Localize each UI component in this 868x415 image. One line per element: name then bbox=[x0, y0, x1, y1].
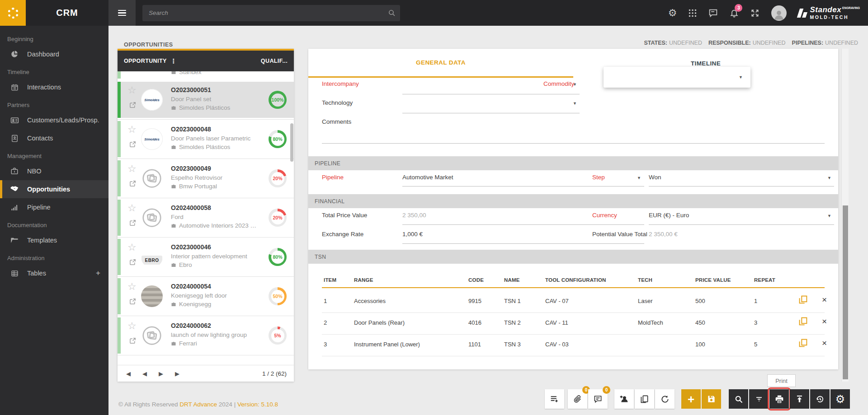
step-value[interactable]: Won bbox=[649, 174, 661, 181]
save-button[interactable] bbox=[702, 389, 721, 409]
sidebar-item-pipeline[interactable]: Pipeline bbox=[0, 198, 108, 216]
open-external-icon[interactable] bbox=[129, 180, 136, 187]
next-page-button[interactable]: ▶ bbox=[159, 370, 163, 377]
filter-button[interactable] bbox=[749, 389, 769, 409]
chevron-down-icon[interactable]: ▼ bbox=[739, 75, 743, 79]
exchange-rate-input[interactable] bbox=[402, 243, 644, 244]
exchange-rate-value[interactable]: 1,000 € bbox=[402, 231, 423, 238]
chevron-down-icon[interactable]: ▼ bbox=[827, 176, 831, 180]
favorite-star-icon[interactable]: ☆ bbox=[127, 203, 137, 213]
sidebar-item-interactions[interactable]: Interactions bbox=[0, 78, 108, 96]
previous-page-button[interactable]: ◀ bbox=[142, 370, 147, 377]
attachments-button[interactable]: 0 bbox=[568, 389, 587, 409]
duplicate-row-button[interactable] bbox=[799, 295, 807, 304]
add-line-button[interactable] bbox=[545, 389, 564, 409]
duplicate-row-button[interactable] bbox=[799, 317, 807, 326]
opportunity-list-item[interactable]: ☆ Simoldes O2023000051 Door Panel set Si… bbox=[118, 82, 294, 118]
delete-row-button[interactable]: × bbox=[822, 339, 827, 347]
favorite-star-icon[interactable]: ☆ bbox=[127, 242, 137, 252]
opportunity-list-item[interactable]: ☆ O2023000049 Espelho Retrovisor Bmw Por… bbox=[118, 160, 294, 196]
favorite-star-icon[interactable]: ☆ bbox=[127, 282, 137, 292]
cell-range[interactable]: Door Panels (Rear) bbox=[354, 319, 405, 326]
favorite-star-icon[interactable]: ☆ bbox=[127, 321, 137, 331]
cell-tool[interactable]: CAV - 11 bbox=[545, 319, 568, 326]
refresh-button[interactable] bbox=[655, 389, 675, 409]
opportunity-list-item[interactable]: ☆ O2024000054 Koenigsegg left door Koeni… bbox=[118, 278, 294, 314]
sidebar-item-templates[interactable]: Templates bbox=[0, 231, 108, 249]
sidebar-item-dashboard[interactable]: Dashboard bbox=[0, 45, 108, 63]
add-person-button[interactable] bbox=[614, 389, 634, 409]
technology-select[interactable] bbox=[402, 113, 580, 113]
sidebar-item-nbo[interactable]: NBO bbox=[0, 162, 108, 180]
chevron-down-icon[interactable]: ▼ bbox=[637, 176, 641, 180]
fullscreen-icon[interactable] bbox=[750, 9, 760, 18]
settings-icon[interactable]: ⚙ bbox=[668, 8, 677, 18]
duplicate-button[interactable] bbox=[635, 389, 654, 409]
cell-code[interactable]: 1101 bbox=[468, 341, 481, 348]
main-scrollbar[interactable] bbox=[841, 49, 849, 382]
delete-row-button[interactable]: × bbox=[822, 295, 827, 304]
cell-tech[interactable]: Laser bbox=[638, 298, 653, 304]
sidebar-item-customers[interactable]: Customers/Leads/Prosp. bbox=[0, 111, 108, 129]
cell-tool[interactable]: CAV - 07 bbox=[545, 298, 569, 304]
cell-code[interactable]: 9915 bbox=[468, 298, 481, 304]
column-qualify[interactable]: QUALIF... bbox=[261, 58, 288, 64]
toolbar-settings-button[interactable]: ⚙ bbox=[830, 389, 850, 409]
cell-repeat[interactable]: 1 bbox=[754, 298, 757, 304]
cell-name[interactable]: TSN 2 bbox=[504, 319, 521, 326]
chevron-down-icon[interactable]: ▼ bbox=[573, 101, 577, 106]
cell-price[interactable]: 100 bbox=[695, 341, 705, 348]
currency-value[interactable]: EUR (€) - Euro bbox=[649, 212, 689, 219]
chat-icon[interactable] bbox=[708, 8, 718, 18]
print-button[interactable] bbox=[769, 389, 789, 409]
user-avatar[interactable] bbox=[771, 5, 787, 21]
list-scrollbar-thumb[interactable] bbox=[290, 123, 293, 162]
open-external-icon[interactable] bbox=[129, 141, 136, 148]
cell-repeat[interactable]: 3 bbox=[754, 319, 757, 326]
opportunity-list-item[interactable]: ☆ Simoldes O2023000048 Door Panels laser… bbox=[118, 121, 294, 157]
opportunity-list-item[interactable]: ☆ O2024000062 launch of new lighting gro… bbox=[118, 317, 294, 354]
open-external-icon[interactable] bbox=[129, 102, 136, 108]
footer-brand-link[interactable]: DRT Advance bbox=[179, 401, 217, 408]
notes-button[interactable]: 0 bbox=[588, 389, 608, 409]
duplicate-row-button[interactable] bbox=[799, 339, 807, 347]
open-external-icon[interactable] bbox=[129, 259, 136, 266]
main-scrollbar-thumb[interactable] bbox=[843, 205, 848, 379]
cell-repeat[interactable]: 5 bbox=[754, 341, 757, 348]
cell-tech[interactable]: MoldTech bbox=[638, 319, 663, 326]
opportunity-list-item[interactable]: ☆ O2024000058 Ford Automotive Interiors … bbox=[118, 200, 294, 236]
intercompany-select[interactable] bbox=[402, 94, 580, 94]
tab-general-data[interactable]: GENERAL DATA bbox=[308, 49, 573, 78]
pipeline-select[interactable] bbox=[402, 186, 644, 187]
open-external-icon[interactable] bbox=[129, 298, 136, 305]
footer-version-link[interactable]: Version: 5.10.8 bbox=[237, 401, 278, 408]
search-icon[interactable] bbox=[388, 9, 396, 17]
add-table-button[interactable]: + bbox=[96, 269, 100, 278]
search-input[interactable] bbox=[142, 5, 400, 21]
cell-name[interactable]: TSN 1 bbox=[504, 298, 521, 304]
comments-input[interactable] bbox=[322, 143, 825, 144]
total-price-input[interactable] bbox=[402, 224, 644, 225]
currency-select[interactable] bbox=[649, 224, 834, 225]
sidebar-item-opportunities[interactable]: Opportunities bbox=[0, 180, 108, 198]
cell-range[interactable]: Accessories bbox=[354, 298, 386, 304]
delete-row-button[interactable]: × bbox=[822, 317, 827, 326]
cell-price[interactable]: 500 bbox=[695, 298, 705, 304]
search-records-button[interactable] bbox=[729, 389, 748, 409]
favorite-star-icon[interactable]: ☆ bbox=[127, 85, 137, 95]
add-new-button[interactable]: + bbox=[681, 389, 701, 409]
pipeline-value[interactable]: Automotive Market bbox=[402, 174, 453, 181]
sidebar-item-contacts[interactable]: Contacts bbox=[0, 129, 108, 147]
chevron-down-icon[interactable]: ▼ bbox=[827, 214, 831, 218]
open-external-icon[interactable] bbox=[129, 219, 136, 226]
export-upload-button[interactable] bbox=[790, 389, 809, 409]
commodity-select[interactable] bbox=[604, 67, 750, 88]
opportunity-column-menu-icon[interactable]: ⋮ bbox=[170, 57, 177, 65]
app-logo[interactable] bbox=[0, 0, 26, 26]
step-select[interactable] bbox=[649, 186, 834, 187]
cell-code[interactable]: 4016 bbox=[468, 319, 481, 326]
cell-price[interactable]: 450 bbox=[695, 319, 705, 326]
favorite-star-icon[interactable]: ☆ bbox=[127, 164, 137, 174]
menu-toggle-button[interactable] bbox=[108, 0, 136, 26]
column-opportunity[interactable]: OPPORTUNITY bbox=[124, 58, 167, 64]
